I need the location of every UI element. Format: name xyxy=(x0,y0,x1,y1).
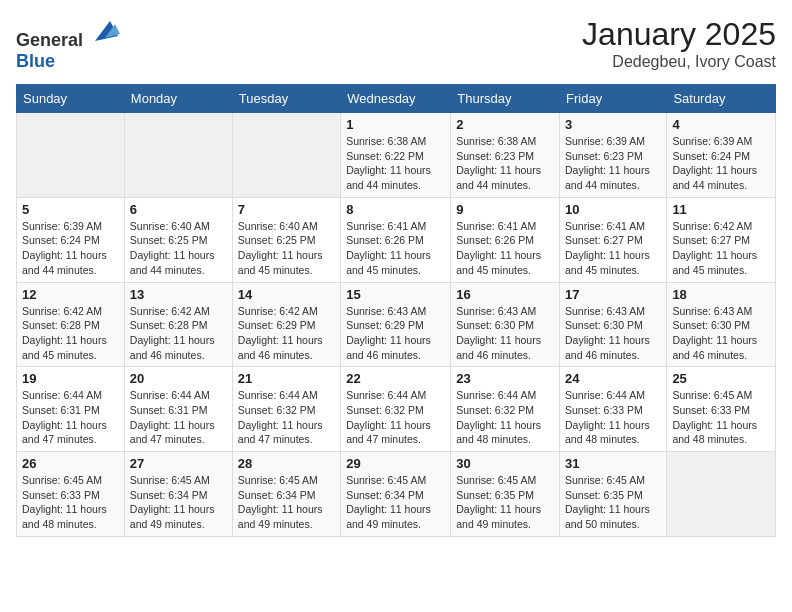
day-number: 13 xyxy=(130,287,227,302)
day-number: 22 xyxy=(346,371,445,386)
day-info: Sunrise: 6:41 AM Sunset: 6:26 PM Dayligh… xyxy=(346,219,445,278)
day-number: 28 xyxy=(238,456,335,471)
title-block: January 2025 Dedegbeu, Ivory Coast xyxy=(582,16,776,71)
day-number: 9 xyxy=(456,202,554,217)
calendar-cell: 8Sunrise: 6:41 AM Sunset: 6:26 PM Daylig… xyxy=(341,197,451,282)
calendar-cell xyxy=(232,113,340,198)
day-number: 11 xyxy=(672,202,770,217)
logo-general: General xyxy=(16,30,83,50)
calendar-cell: 6Sunrise: 6:40 AM Sunset: 6:25 PM Daylig… xyxy=(124,197,232,282)
day-info: Sunrise: 6:40 AM Sunset: 6:25 PM Dayligh… xyxy=(238,219,335,278)
calendar-day-header: Friday xyxy=(560,85,667,113)
calendar-week-row: 1Sunrise: 6:38 AM Sunset: 6:22 PM Daylig… xyxy=(17,113,776,198)
day-info: Sunrise: 6:42 AM Sunset: 6:28 PM Dayligh… xyxy=(22,304,119,363)
calendar-cell: 14Sunrise: 6:42 AM Sunset: 6:29 PM Dayli… xyxy=(232,282,340,367)
day-number: 29 xyxy=(346,456,445,471)
day-info: Sunrise: 6:39 AM Sunset: 6:24 PM Dayligh… xyxy=(22,219,119,278)
day-info: Sunrise: 6:45 AM Sunset: 6:35 PM Dayligh… xyxy=(456,473,554,532)
calendar-cell xyxy=(667,452,776,537)
day-info: Sunrise: 6:44 AM Sunset: 6:32 PM Dayligh… xyxy=(456,388,554,447)
day-number: 1 xyxy=(346,117,445,132)
day-info: Sunrise: 6:39 AM Sunset: 6:23 PM Dayligh… xyxy=(565,134,661,193)
calendar-cell: 17Sunrise: 6:43 AM Sunset: 6:30 PM Dayli… xyxy=(560,282,667,367)
day-number: 31 xyxy=(565,456,661,471)
logo: General Blue xyxy=(16,16,120,72)
calendar-cell: 21Sunrise: 6:44 AM Sunset: 6:32 PM Dayli… xyxy=(232,367,340,452)
calendar-cell: 20Sunrise: 6:44 AM Sunset: 6:31 PM Dayli… xyxy=(124,367,232,452)
day-number: 14 xyxy=(238,287,335,302)
calendar-cell: 16Sunrise: 6:43 AM Sunset: 6:30 PM Dayli… xyxy=(451,282,560,367)
calendar-cell: 10Sunrise: 6:41 AM Sunset: 6:27 PM Dayli… xyxy=(560,197,667,282)
calendar-cell xyxy=(17,113,125,198)
day-info: Sunrise: 6:44 AM Sunset: 6:32 PM Dayligh… xyxy=(238,388,335,447)
day-number: 19 xyxy=(22,371,119,386)
calendar-week-row: 5Sunrise: 6:39 AM Sunset: 6:24 PM Daylig… xyxy=(17,197,776,282)
day-number: 5 xyxy=(22,202,119,217)
page-title: January 2025 xyxy=(582,16,776,53)
calendar-cell: 4Sunrise: 6:39 AM Sunset: 6:24 PM Daylig… xyxy=(667,113,776,198)
day-number: 4 xyxy=(672,117,770,132)
day-info: Sunrise: 6:43 AM Sunset: 6:30 PM Dayligh… xyxy=(672,304,770,363)
logo-icon xyxy=(90,16,120,46)
day-info: Sunrise: 6:45 AM Sunset: 6:35 PM Dayligh… xyxy=(565,473,661,532)
calendar-cell: 25Sunrise: 6:45 AM Sunset: 6:33 PM Dayli… xyxy=(667,367,776,452)
calendar-week-row: 26Sunrise: 6:45 AM Sunset: 6:33 PM Dayli… xyxy=(17,452,776,537)
day-info: Sunrise: 6:43 AM Sunset: 6:30 PM Dayligh… xyxy=(456,304,554,363)
day-info: Sunrise: 6:44 AM Sunset: 6:31 PM Dayligh… xyxy=(22,388,119,447)
day-info: Sunrise: 6:45 AM Sunset: 6:34 PM Dayligh… xyxy=(130,473,227,532)
day-info: Sunrise: 6:38 AM Sunset: 6:22 PM Dayligh… xyxy=(346,134,445,193)
calendar-cell: 19Sunrise: 6:44 AM Sunset: 6:31 PM Dayli… xyxy=(17,367,125,452)
calendar-cell: 22Sunrise: 6:44 AM Sunset: 6:32 PM Dayli… xyxy=(341,367,451,452)
calendar-day-header: Tuesday xyxy=(232,85,340,113)
day-info: Sunrise: 6:42 AM Sunset: 6:27 PM Dayligh… xyxy=(672,219,770,278)
calendar-cell: 11Sunrise: 6:42 AM Sunset: 6:27 PM Dayli… xyxy=(667,197,776,282)
day-number: 7 xyxy=(238,202,335,217)
day-info: Sunrise: 6:41 AM Sunset: 6:26 PM Dayligh… xyxy=(456,219,554,278)
calendar-cell: 30Sunrise: 6:45 AM Sunset: 6:35 PM Dayli… xyxy=(451,452,560,537)
calendar-cell: 29Sunrise: 6:45 AM Sunset: 6:34 PM Dayli… xyxy=(341,452,451,537)
day-info: Sunrise: 6:44 AM Sunset: 6:32 PM Dayligh… xyxy=(346,388,445,447)
calendar-cell: 26Sunrise: 6:45 AM Sunset: 6:33 PM Dayli… xyxy=(17,452,125,537)
day-info: Sunrise: 6:38 AM Sunset: 6:23 PM Dayligh… xyxy=(456,134,554,193)
day-info: Sunrise: 6:41 AM Sunset: 6:27 PM Dayligh… xyxy=(565,219,661,278)
calendar-cell: 5Sunrise: 6:39 AM Sunset: 6:24 PM Daylig… xyxy=(17,197,125,282)
day-number: 18 xyxy=(672,287,770,302)
calendar-cell: 1Sunrise: 6:38 AM Sunset: 6:22 PM Daylig… xyxy=(341,113,451,198)
day-info: Sunrise: 6:45 AM Sunset: 6:33 PM Dayligh… xyxy=(672,388,770,447)
day-info: Sunrise: 6:45 AM Sunset: 6:34 PM Dayligh… xyxy=(346,473,445,532)
calendar-cell: 13Sunrise: 6:42 AM Sunset: 6:28 PM Dayli… xyxy=(124,282,232,367)
calendar-cell: 7Sunrise: 6:40 AM Sunset: 6:25 PM Daylig… xyxy=(232,197,340,282)
calendar-table: SundayMondayTuesdayWednesdayThursdayFrid… xyxy=(16,84,776,537)
day-info: Sunrise: 6:44 AM Sunset: 6:33 PM Dayligh… xyxy=(565,388,661,447)
page-subtitle: Dedegbeu, Ivory Coast xyxy=(582,53,776,71)
calendar-cell: 12Sunrise: 6:42 AM Sunset: 6:28 PM Dayli… xyxy=(17,282,125,367)
day-number: 2 xyxy=(456,117,554,132)
calendar-cell: 31Sunrise: 6:45 AM Sunset: 6:35 PM Dayli… xyxy=(560,452,667,537)
day-info: Sunrise: 6:42 AM Sunset: 6:28 PM Dayligh… xyxy=(130,304,227,363)
day-number: 27 xyxy=(130,456,227,471)
day-info: Sunrise: 6:43 AM Sunset: 6:30 PM Dayligh… xyxy=(565,304,661,363)
calendar-header-row: SundayMondayTuesdayWednesdayThursdayFrid… xyxy=(17,85,776,113)
calendar-week-row: 19Sunrise: 6:44 AM Sunset: 6:31 PM Dayli… xyxy=(17,367,776,452)
calendar-cell: 15Sunrise: 6:43 AM Sunset: 6:29 PM Dayli… xyxy=(341,282,451,367)
day-number: 8 xyxy=(346,202,445,217)
day-info: Sunrise: 6:43 AM Sunset: 6:29 PM Dayligh… xyxy=(346,304,445,363)
day-number: 3 xyxy=(565,117,661,132)
calendar-cell: 27Sunrise: 6:45 AM Sunset: 6:34 PM Dayli… xyxy=(124,452,232,537)
logo-blue: Blue xyxy=(16,51,55,71)
day-info: Sunrise: 6:39 AM Sunset: 6:24 PM Dayligh… xyxy=(672,134,770,193)
calendar-day-header: Monday xyxy=(124,85,232,113)
day-number: 30 xyxy=(456,456,554,471)
day-number: 6 xyxy=(130,202,227,217)
day-number: 23 xyxy=(456,371,554,386)
day-number: 25 xyxy=(672,371,770,386)
day-info: Sunrise: 6:42 AM Sunset: 6:29 PM Dayligh… xyxy=(238,304,335,363)
day-number: 24 xyxy=(565,371,661,386)
calendar-cell: 24Sunrise: 6:44 AM Sunset: 6:33 PM Dayli… xyxy=(560,367,667,452)
calendar-day-header: Sunday xyxy=(17,85,125,113)
calendar-cell: 18Sunrise: 6:43 AM Sunset: 6:30 PM Dayli… xyxy=(667,282,776,367)
day-number: 10 xyxy=(565,202,661,217)
day-number: 20 xyxy=(130,371,227,386)
calendar-day-header: Thursday xyxy=(451,85,560,113)
logo-text: General Blue xyxy=(16,16,120,72)
